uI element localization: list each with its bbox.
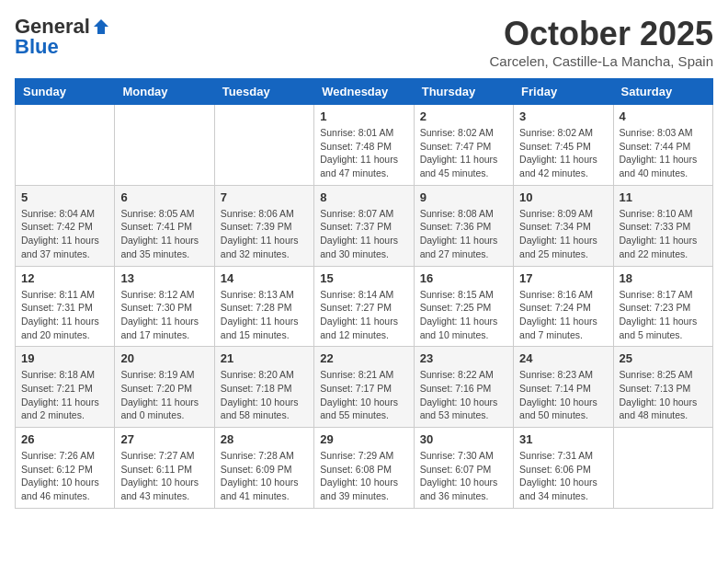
- day-info: Sunrise: 8:03 AM Sunset: 7:44 PM Dayligh…: [620, 126, 707, 180]
- calendar-cell: 28Sunrise: 7:28 AM Sunset: 6:09 PM Dayli…: [214, 428, 313, 509]
- weekday-header-row: SundayMondayTuesdayWednesdayThursdayFrid…: [16, 79, 713, 105]
- day-number: 25: [620, 351, 707, 365]
- day-info: Sunrise: 8:10 AM Sunset: 7:33 PM Dayligh…: [620, 207, 707, 261]
- day-number: 4: [620, 109, 707, 123]
- weekday-header-tuesday: Tuesday: [214, 79, 313, 105]
- day-info: Sunrise: 8:01 AM Sunset: 7:48 PM Dayligh…: [320, 126, 407, 180]
- page-header: General Blue October 2025 Carcelen, Cast…: [15, 15, 713, 69]
- day-info: Sunrise: 8:14 AM Sunset: 7:27 PM Dayligh…: [320, 288, 407, 342]
- calendar-cell: 14Sunrise: 8:13 AM Sunset: 7:28 PM Dayli…: [214, 266, 313, 347]
- svg-marker-0: [94, 19, 108, 34]
- calendar-cell: 25Sunrise: 8:25 AM Sunset: 7:13 PM Dayli…: [613, 347, 712, 428]
- title-section: October 2025 Carcelen, Castille-La Manch…: [490, 15, 713, 69]
- calendar-cell: 3Sunrise: 8:02 AM Sunset: 7:45 PM Daylig…: [514, 105, 613, 186]
- calendar-cell: 2Sunrise: 8:02 AM Sunset: 7:47 PM Daylig…: [414, 105, 513, 186]
- day-number: 27: [120, 432, 208, 446]
- calendar-week-row: 19Sunrise: 8:18 AM Sunset: 7:21 PM Dayli…: [16, 347, 713, 428]
- day-number: 31: [519, 432, 607, 446]
- location-subtitle: Carcelen, Castille-La Mancha, Spain: [490, 53, 713, 69]
- day-number: 7: [221, 190, 308, 204]
- calendar-cell: 17Sunrise: 8:16 AM Sunset: 7:24 PM Dayli…: [514, 266, 613, 347]
- calendar-cell: 9Sunrise: 8:08 AM Sunset: 7:36 PM Daylig…: [414, 185, 513, 266]
- calendar-cell: 15Sunrise: 8:14 AM Sunset: 7:27 PM Dayli…: [314, 266, 414, 347]
- day-number: 18: [620, 271, 707, 285]
- calendar-cell: [16, 105, 115, 186]
- day-info: Sunrise: 8:20 AM Sunset: 7:18 PM Dayligh…: [221, 368, 308, 422]
- day-info: Sunrise: 7:26 AM Sunset: 6:12 PM Dayligh…: [21, 449, 108, 503]
- day-info: Sunrise: 7:31 AM Sunset: 6:06 PM Dayligh…: [519, 449, 607, 503]
- calendar-cell: 21Sunrise: 8:20 AM Sunset: 7:18 PM Dayli…: [214, 347, 313, 428]
- day-info: Sunrise: 8:16 AM Sunset: 7:24 PM Dayligh…: [519, 288, 607, 342]
- calendar-cell: 16Sunrise: 8:15 AM Sunset: 7:25 PM Dayli…: [414, 266, 513, 347]
- day-info: Sunrise: 8:04 AM Sunset: 7:42 PM Dayligh…: [21, 207, 108, 261]
- calendar-week-row: 26Sunrise: 7:26 AM Sunset: 6:12 PM Dayli…: [16, 428, 713, 509]
- weekday-header-sunday: Sunday: [16, 79, 115, 105]
- day-info: Sunrise: 8:21 AM Sunset: 7:17 PM Dayligh…: [320, 368, 407, 422]
- day-number: 8: [320, 190, 407, 204]
- day-number: 29: [320, 432, 407, 446]
- weekday-header-saturday: Saturday: [613, 79, 712, 105]
- day-number: 20: [120, 351, 208, 365]
- day-info: Sunrise: 7:27 AM Sunset: 6:11 PM Dayligh…: [120, 449, 208, 503]
- day-number: 14: [221, 271, 308, 285]
- day-number: 24: [519, 351, 607, 365]
- day-info: Sunrise: 8:09 AM Sunset: 7:34 PM Dayligh…: [519, 207, 607, 261]
- calendar-cell: [613, 428, 712, 509]
- day-info: Sunrise: 7:29 AM Sunset: 6:08 PM Dayligh…: [320, 449, 407, 503]
- day-info: Sunrise: 8:23 AM Sunset: 7:14 PM Dayligh…: [519, 368, 607, 422]
- day-info: Sunrise: 8:13 AM Sunset: 7:28 PM Dayligh…: [221, 288, 308, 342]
- day-number: 6: [120, 190, 208, 204]
- day-number: 13: [120, 271, 208, 285]
- calendar-cell: 20Sunrise: 8:19 AM Sunset: 7:20 PM Dayli…: [115, 347, 214, 428]
- calendar-cell: 24Sunrise: 8:23 AM Sunset: 7:14 PM Dayli…: [514, 347, 613, 428]
- calendar-cell: 29Sunrise: 7:29 AM Sunset: 6:08 PM Dayli…: [314, 428, 414, 509]
- day-number: 16: [420, 271, 507, 285]
- calendar-cell: 8Sunrise: 8:07 AM Sunset: 7:37 PM Daylig…: [314, 185, 414, 266]
- weekday-header-wednesday: Wednesday: [314, 79, 414, 105]
- calendar-cell: [115, 105, 214, 186]
- day-number: 11: [620, 190, 707, 204]
- calendar-week-row: 5Sunrise: 8:04 AM Sunset: 7:42 PM Daylig…: [16, 185, 713, 266]
- calendar-week-row: 12Sunrise: 8:11 AM Sunset: 7:31 PM Dayli…: [16, 266, 713, 347]
- calendar-cell: 18Sunrise: 8:17 AM Sunset: 7:23 PM Dayli…: [613, 266, 712, 347]
- day-info: Sunrise: 8:11 AM Sunset: 7:31 PM Dayligh…: [21, 288, 108, 342]
- weekday-header-thursday: Thursday: [414, 79, 513, 105]
- day-info: Sunrise: 7:30 AM Sunset: 6:07 PM Dayligh…: [420, 449, 507, 503]
- day-number: 17: [519, 271, 607, 285]
- day-number: 9: [420, 190, 507, 204]
- day-number: 3: [519, 109, 607, 123]
- day-number: 26: [21, 432, 108, 446]
- day-number: 23: [420, 351, 507, 365]
- logo: General Blue: [15, 15, 110, 59]
- calendar-cell: 12Sunrise: 8:11 AM Sunset: 7:31 PM Dayli…: [16, 266, 115, 347]
- day-number: 2: [420, 109, 507, 123]
- calendar-cell: 1Sunrise: 8:01 AM Sunset: 7:48 PM Daylig…: [314, 105, 414, 186]
- day-info: Sunrise: 8:25 AM Sunset: 7:13 PM Dayligh…: [620, 368, 707, 422]
- day-number: 21: [221, 351, 308, 365]
- logo-blue-text: Blue: [15, 35, 59, 59]
- calendar-cell: 11Sunrise: 8:10 AM Sunset: 7:33 PM Dayli…: [613, 185, 712, 266]
- month-title: October 2025: [490, 15, 713, 53]
- calendar-cell: 26Sunrise: 7:26 AM Sunset: 6:12 PM Dayli…: [16, 428, 115, 509]
- calendar-cell: 10Sunrise: 8:09 AM Sunset: 7:34 PM Dayli…: [514, 185, 613, 266]
- day-number: 28: [221, 432, 308, 446]
- calendar-cell: 22Sunrise: 8:21 AM Sunset: 7:17 PM Dayli…: [314, 347, 414, 428]
- day-number: 30: [420, 432, 507, 446]
- day-info: Sunrise: 8:02 AM Sunset: 7:45 PM Dayligh…: [519, 126, 607, 180]
- calendar-cell: 4Sunrise: 8:03 AM Sunset: 7:44 PM Daylig…: [613, 105, 712, 186]
- day-number: 1: [320, 109, 407, 123]
- day-info: Sunrise: 8:19 AM Sunset: 7:20 PM Dayligh…: [120, 368, 208, 422]
- weekday-header-monday: Monday: [115, 79, 214, 105]
- calendar-cell: 7Sunrise: 8:06 AM Sunset: 7:39 PM Daylig…: [214, 185, 313, 266]
- calendar-cell: 31Sunrise: 7:31 AM Sunset: 6:06 PM Dayli…: [514, 428, 613, 509]
- calendar-table: SundayMondayTuesdayWednesdayThursdayFrid…: [15, 78, 713, 509]
- day-info: Sunrise: 8:05 AM Sunset: 7:41 PM Dayligh…: [120, 207, 208, 261]
- day-info: Sunrise: 8:02 AM Sunset: 7:47 PM Dayligh…: [420, 126, 507, 180]
- calendar-cell: 6Sunrise: 8:05 AM Sunset: 7:41 PM Daylig…: [115, 185, 214, 266]
- day-info: Sunrise: 8:15 AM Sunset: 7:25 PM Dayligh…: [420, 288, 507, 342]
- day-info: Sunrise: 8:12 AM Sunset: 7:30 PM Dayligh…: [120, 288, 208, 342]
- day-info: Sunrise: 8:07 AM Sunset: 7:37 PM Dayligh…: [320, 207, 407, 261]
- day-number: 12: [21, 271, 108, 285]
- calendar-cell: [214, 105, 313, 186]
- day-number: 22: [320, 351, 407, 365]
